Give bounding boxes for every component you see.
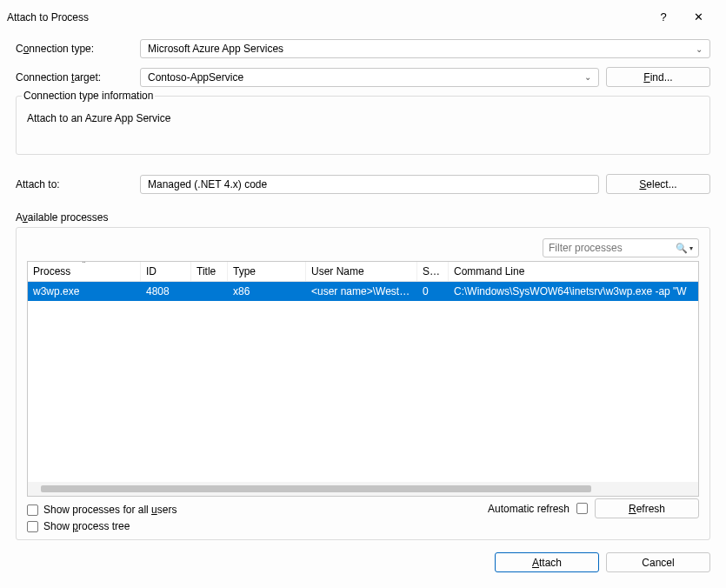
chevron-down-icon: ⌄	[696, 44, 703, 54]
find-button[interactable]: Find...	[606, 67, 710, 87]
connection-target-combo[interactable]: Contoso-AppService ⌄	[140, 68, 599, 87]
connection-type-value: Microsoft Azure App Services	[148, 43, 696, 55]
chevron-down-icon[interactable]: ▾	[689, 244, 693, 252]
attach-to-label: Attach to:	[16, 178, 133, 190]
col-type[interactable]: Type	[228, 262, 306, 281]
cell-title	[191, 282, 228, 301]
label-part: efresh	[636, 503, 665, 515]
table-header: Process ⌃ ID Title Type User Name Ses...…	[28, 262, 698, 282]
dialog-title: Attach to Process	[7, 11, 646, 23]
close-button[interactable]: ✕	[681, 7, 716, 27]
col-title[interactable]: Title	[191, 262, 228, 281]
cancel-button[interactable]: Cancel	[606, 552, 710, 572]
connection-type-combo[interactable]: Microsoft Azure App Services ⌄	[140, 39, 710, 58]
select-button[interactable]: Select...	[606, 174, 710, 194]
label-accel: A	[532, 557, 539, 569]
connection-info-text: Attach to an Azure App Service	[25, 110, 701, 126]
cell-type: x86	[228, 282, 306, 301]
label-part: ailable processes	[28, 211, 109, 224]
attach-button[interactable]: Attach	[495, 552, 599, 572]
col-label: Process	[33, 265, 70, 277]
sort-ascending-icon: ⌃	[81, 262, 87, 268]
cell-cmd: C:\Windows\SysWOW64\inetsrv\w3wp.exe -ap…	[449, 282, 698, 301]
table-body: w3wp.exe 4808 x86 <user name>\West-... 0…	[28, 282, 698, 482]
filter-row: Filter processes 🔍 ▾	[27, 238, 699, 257]
process-table: Process ⌃ ID Title Type User Name Ses...…	[27, 261, 699, 497]
processes-panel: Filter processes 🔍 ▾ Process ⌃ ID Title …	[16, 227, 710, 540]
connection-target-row: Connection target: Contoso-AppService ⌄ …	[16, 67, 710, 87]
connection-info-group: Connection type information Attach to an…	[16, 96, 710, 155]
refresh-row: Automatic refresh Refresh	[27, 498, 699, 518]
attach-to-row: Attach to: Managed (.NET 4.x) code Selec…	[16, 174, 710, 194]
col-id[interactable]: ID	[141, 262, 191, 281]
scrollbar-thumb[interactable]	[41, 485, 590, 492]
label-part: arget:	[74, 71, 101, 84]
label-part: ind...	[650, 71, 673, 84]
label-part: rocess tree	[78, 520, 130, 532]
horizontal-scrollbar[interactable]	[28, 482, 698, 496]
help-button[interactable]: ?	[646, 7, 681, 27]
auto-refresh-checkbox[interactable]	[576, 503, 588, 514]
connection-target-label: Connection target:	[16, 71, 133, 84]
label-part: elect...	[646, 178, 676, 190]
filter-processes-input[interactable]: Filter processes 🔍 ▾	[543, 238, 699, 257]
connection-info-legend: Connection type information	[22, 90, 155, 102]
show-process-tree-label: Show process tree	[43, 520, 130, 532]
dialog-footer: Attach Cancel	[0, 540, 726, 588]
auto-refresh-label: Automatic refresh	[488, 503, 569, 515]
cell-user: <user name>\West-...	[306, 282, 417, 301]
available-processes-group: Available processes Filter processes 🔍 ▾…	[16, 211, 710, 540]
chevron-down-icon: ⌄	[584, 72, 591, 82]
label-part: nnection type:	[29, 43, 94, 55]
col-process[interactable]: Process ⌃	[28, 262, 141, 281]
connection-type-label: Connection type:	[16, 43, 133, 55]
col-user[interactable]: User Name	[306, 262, 417, 281]
search-icon: 🔍	[676, 243, 688, 254]
available-processes-legend: Available processes	[16, 211, 710, 224]
cell-session: 0	[417, 282, 449, 301]
cell-id: 4808	[141, 282, 191, 301]
table-row[interactable]: w3wp.exe 4808 x86 <user name>\West-... 0…	[28, 282, 698, 301]
titlebar: Attach to Process ? ✕	[0, 0, 726, 30]
label-accel: R	[629, 503, 636, 515]
label-part: A	[16, 211, 23, 224]
refresh-button[interactable]: Refresh	[595, 498, 699, 518]
label-part: C	[16, 43, 23, 55]
attach-to-value: Managed (.NET 4.x) code	[140, 175, 599, 194]
connection-type-row: Connection type: Microsoft Azure App Ser…	[16, 39, 710, 58]
connection-target-value: Contoso-AppService	[148, 71, 584, 84]
show-tree-row: Show process tree	[27, 520, 699, 532]
show-process-tree-checkbox[interactable]	[27, 521, 38, 532]
label-accel: F	[643, 71, 649, 84]
content-area: Connection type: Microsoft Azure App Ser…	[0, 30, 726, 540]
col-session[interactable]: Ses...	[417, 262, 449, 281]
label-accel: S	[639, 178, 646, 190]
label-part: Connection	[16, 71, 71, 84]
attach-to-process-dialog: Attach to Process ? ✕ Connection type: M…	[0, 0, 726, 588]
cell-process: w3wp.exe	[28, 282, 141, 301]
label-part: Show	[43, 520, 72, 532]
label-part: ttach	[539, 557, 562, 569]
col-command-line[interactable]: Command Line	[449, 262, 698, 281]
filter-placeholder: Filter processes	[549, 242, 676, 254]
